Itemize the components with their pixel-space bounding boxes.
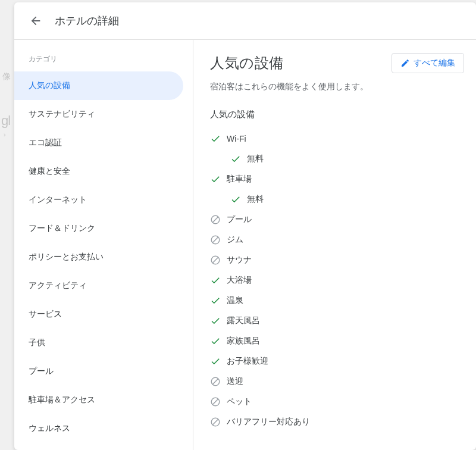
check-icon [210, 315, 227, 326]
amenity-label: 無料 [247, 154, 264, 164]
amenity-row: 家族風呂 [210, 331, 464, 351]
check-icon [210, 356, 227, 367]
amenity-label: お子様歓迎 [227, 356, 268, 367]
sidebar-item-13[interactable]: バリアフリー設備 [14, 443, 183, 450]
check-icon [210, 295, 227, 306]
sidebar-item-9[interactable]: 子供 [14, 329, 183, 357]
hotel-details-panel: ホテルの詳細 カテゴリ 人気の設備サステナビリティエコ認証健康と安全インターネッ… [14, 2, 476, 450]
section-subtitle: 宿泊客はこれらの機能をよく使用します。 [210, 82, 464, 92]
category-sidebar: カテゴリ 人気の設備サステナビリティエコ認証健康と安全インターネットフード＆ドリ… [14, 40, 193, 450]
amenity-row: 無料 [210, 149, 464, 169]
edit-all-label: すべて編集 [414, 58, 455, 68]
amenity-label: 送迎 [227, 376, 243, 387]
unavailable-icon [210, 235, 227, 245]
amenity-row: プール [210, 210, 464, 230]
sidebar-item-6[interactable]: ポリシーとお支払い [14, 243, 183, 271]
amenity-row: 大浴場 [210, 270, 464, 290]
amenity-row: 露天風呂 [210, 311, 464, 331]
amenity-row: 駐車場 [210, 169, 464, 189]
amenity-row: 温泉 [210, 290, 464, 311]
amenity-label: 駐車場 [227, 174, 252, 185]
amenity-row: 無料 [210, 189, 464, 210]
amenity-label: サウナ [227, 255, 252, 265]
unavailable-icon [210, 214, 227, 225]
amenity-label: 温泉 [227, 295, 243, 306]
amenities-list: Wi-Fi無料駐車場無料プールジムサウナ大浴場温泉露天風呂家族風呂お子様歓迎送迎… [210, 129, 464, 432]
amenity-row: 送迎 [210, 371, 464, 392]
amenity-row: サウナ [210, 250, 464, 270]
sidebar-nav-list: 人気の設備サステナビリティエコ認証健康と安全インターネットフード＆ドリンクポリシ… [14, 71, 193, 450]
amenity-row: お子様歓迎 [210, 351, 464, 371]
header-title: ホテルの詳細 [55, 14, 119, 28]
amenity-label: 無料 [247, 194, 264, 205]
back-button[interactable] [24, 9, 48, 33]
sidebar-section-label: カテゴリ [14, 51, 193, 71]
unavailable-icon [210, 396, 227, 407]
sidebar-item-11[interactable]: 駐車場＆アクセス [14, 386, 183, 414]
unavailable-icon [210, 417, 227, 427]
amenity-label: 大浴場 [227, 275, 252, 286]
amenity-label: ジム [227, 235, 243, 245]
unavailable-icon [210, 376, 227, 387]
check-icon [230, 194, 247, 205]
main-content: 人気の設備 すべて編集 宿泊客はこれらの機能をよく使用します。 人気の設備 Wi… [193, 40, 476, 450]
sidebar-item-1[interactable]: サステナビリティ [14, 100, 183, 129]
amenity-row: Wi-Fi [210, 129, 464, 149]
amenity-label: 家族風呂 [227, 336, 260, 346]
amenity-label: Wi-Fi [227, 134, 246, 143]
section-header: 人気の設備 すべて編集 [210, 53, 464, 73]
sidebar-item-5[interactable]: フード＆ドリンク [14, 214, 183, 243]
amenity-label: プール [227, 214, 252, 225]
amenity-label: 露天風呂 [227, 315, 260, 326]
arrow-left-icon [29, 14, 42, 27]
amenity-row: ジム [210, 230, 464, 250]
amenity-label: バリアフリー対応あり [227, 417, 310, 427]
amenity-row: バリアフリー対応あり [210, 412, 464, 432]
amenity-label: ペット [227, 396, 252, 407]
sidebar-item-12[interactable]: ウェルネス [14, 414, 183, 443]
amenities-list-title: 人気の設備 [210, 109, 464, 120]
sidebar-item-7[interactable]: アクティビティ [14, 271, 183, 300]
check-icon [210, 336, 227, 346]
sidebar-item-0[interactable]: 人気の設備 [14, 71, 183, 100]
amenity-row: ペット [210, 392, 464, 412]
sidebar-item-8[interactable]: サービス [14, 300, 183, 329]
check-icon [210, 133, 227, 144]
unavailable-icon [210, 255, 227, 265]
panel-body: カテゴリ 人気の設備サステナビリティエコ認証健康と安全インターネットフード＆ドリ… [14, 40, 476, 450]
check-icon [210, 275, 227, 286]
check-icon [230, 154, 247, 164]
section-title: 人気の設備 [210, 54, 392, 73]
sidebar-item-3[interactable]: 健康と安全 [14, 157, 183, 186]
sidebar-item-2[interactable]: エコ認証 [14, 129, 183, 157]
pencil-icon [400, 58, 410, 68]
edit-all-button[interactable]: すべて編集 [392, 53, 464, 73]
check-icon [210, 174, 227, 185]
sidebar-item-10[interactable]: プール [14, 357, 183, 386]
panel-header: ホテルの詳細 [14, 2, 476, 40]
sidebar-item-4[interactable]: インターネット [14, 186, 183, 214]
